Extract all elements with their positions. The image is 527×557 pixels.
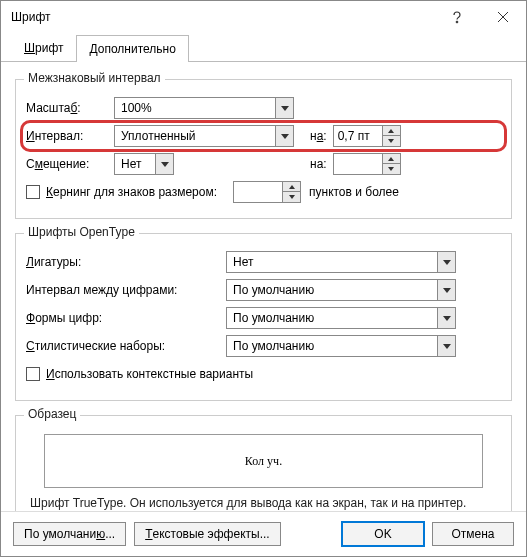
stylistic-label: Стилистические наборы: [26,339,226,353]
position-combo[interactable]: Нет [114,153,174,175]
character-spacing-group: Межзнаковый интервал Масштаб: 100% Интер… [15,79,512,219]
spacing-combo[interactable]: Уплотненный [114,125,294,147]
font-hint: Шрифт TrueType. Он используется для выво… [26,488,501,510]
spacing-by-spinner[interactable]: 0,7 пт [333,125,401,147]
svg-point-0 [456,21,458,23]
group-legend: Межзнаковый интервал [24,71,165,85]
opentype-group: Шрифты OpenType Лигатуры: Нет Интервал м… [15,233,512,401]
sample-group: Образец Кол уч. Шрифт TrueType. Он испол… [15,415,512,511]
sample-preview: Кол уч. [44,434,483,488]
text-effects-button[interactable]: Текстовые эффекты... [134,522,281,546]
close-icon [497,11,509,23]
group-legend: Шрифты OpenType [24,225,139,239]
spacing-label: Интервал: [26,129,114,143]
scale-combo[interactable]: 100% [114,97,294,119]
kerning-label: Кернинг для знаков размером: [46,185,217,199]
help-button[interactable] [434,1,480,33]
group-legend: Образец [24,407,80,421]
tab-strip: Шрифт Дополнительно [1,34,526,62]
chevron-down-icon [437,308,455,328]
spacing-row-highlight: Интервал: Уплотненный на: 0,7 пт [26,124,501,148]
numforms-combo[interactable]: По умолчанию [226,307,456,329]
stylistic-combo[interactable]: По умолчанию [226,335,456,357]
numspacing-combo[interactable]: По умолчанию [226,279,456,301]
kerning-suffix: пунктов и более [309,185,399,199]
chevron-down-icon [437,252,455,272]
position-by-spinner[interactable] [333,153,401,175]
kerning-spinner[interactable] [233,181,301,203]
spinner-arrows[interactable] [382,126,400,146]
set-default-button[interactable]: По умолчанию... [13,522,126,546]
numforms-label: Формы цифр: [26,311,226,325]
ok-button[interactable]: OK [342,522,424,546]
help-icon [450,10,464,24]
numspacing-label: Интервал между цифрами: [26,283,226,297]
chevron-down-icon [275,98,293,118]
tab-font[interactable]: Шрифт [11,34,76,61]
close-button[interactable] [480,1,526,33]
kerning-checkbox[interactable] [26,185,40,199]
cancel-button[interactable]: Отмена [432,522,514,546]
position-label: Смещение: [26,157,114,171]
ligatures-label: Лигатуры: [26,255,226,269]
chevron-down-icon [437,336,455,356]
titlebar: Шрифт [1,1,526,33]
scale-label: Масштаб: [26,101,114,115]
tab-advanced[interactable]: Дополнительно [76,35,188,62]
dialog-body: Межзнаковый интервал Масштаб: 100% Интер… [1,61,526,511]
spinner-arrows[interactable] [382,154,400,174]
dialog-footer: По умолчанию... Текстовые эффекты... OK … [1,511,526,556]
spinner-arrows[interactable] [282,182,300,202]
window-title: Шрифт [11,10,434,24]
ligatures-combo[interactable]: Нет [226,251,456,273]
spacing-by-label: на: [310,129,327,143]
chevron-down-icon [275,126,293,146]
position-by-label: на: [310,157,327,171]
contextual-label: Использовать контекстные варианты [46,367,253,381]
chevron-down-icon [437,280,455,300]
font-dialog: Шрифт Шрифт Дополнительно Межзнаковый ин… [0,0,527,557]
chevron-down-icon [155,154,173,174]
contextual-checkbox[interactable] [26,367,40,381]
